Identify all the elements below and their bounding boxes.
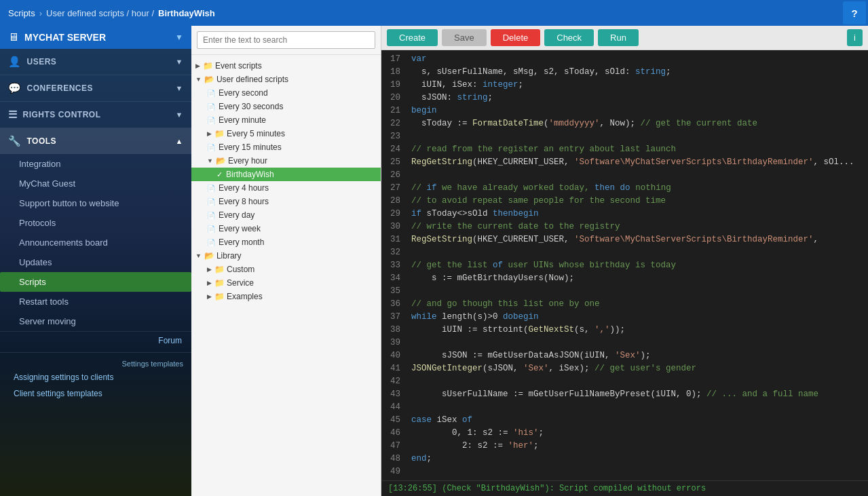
scripts-label: Scripts: [19, 277, 46, 287]
sidebar-item-announcements[interactable]: Announcements board: [0, 233, 191, 252]
code-line: sJSON := mGetUserDataAsJSON(iUIN, 'Sex')…: [411, 349, 863, 362]
run-button[interactable]: Run: [598, 29, 639, 46]
sidebar-item-updates[interactable]: Updates: [0, 252, 191, 272]
line-num: 36: [381, 298, 400, 311]
file-icon9: 📄: [207, 239, 215, 246]
expand-5: ▶: [207, 130, 212, 137]
tools-section: 🔧 TOOLS ▲ Integration MyChat Guest Suppo…: [0, 128, 191, 332]
line-num: 25: [381, 156, 400, 169]
mychat-guest-label: MyChat Guest: [19, 178, 75, 189]
folder-custom: 📁: [214, 265, 225, 274]
breadcrumb-current: BirthdayWish: [158, 8, 215, 18]
code-editor[interactable]: 1718192021222324252627282930313233343536…: [381, 50, 868, 480]
scripts-panel: ▶ 📁 Event scripts ▼ 📂 User defined scrip…: [191, 26, 381, 496]
line-num: 35: [381, 285, 400, 298]
tree-service[interactable]: ▶ 📁 Service: [191, 276, 381, 290]
sidebar-item-integration[interactable]: Integration: [0, 154, 191, 174]
sidebar-item-restart-tools[interactable]: Restart tools: [0, 292, 191, 311]
code-line: [411, 375, 863, 388]
tree-event-scripts[interactable]: ▶ 📁 Event scripts: [191, 59, 381, 73]
code-line: var: [411, 53, 863, 66]
sidebar-item-assigning[interactable]: Assigning settings to clients: [0, 369, 191, 385]
expand-hour: ▼: [207, 157, 213, 164]
server-chevron: ▼: [175, 33, 183, 42]
sidebar-item-mychat-guest[interactable]: MyChat Guest: [0, 174, 191, 193]
forum-link[interactable]: Forum: [0, 332, 191, 349]
every-30-label: Every 30 seconds: [219, 102, 283, 111]
code-line: [411, 401, 863, 414]
tree-every-day[interactable]: 📄 Every day: [191, 208, 381, 222]
tree-library[interactable]: ▼ 📂 Library: [191, 249, 381, 263]
line-numbers: 1718192021222324252627282930313233343536…: [381, 50, 406, 480]
sidebar-item-support-button[interactable]: Support button to website: [0, 193, 191, 213]
tree-every-5[interactable]: ▶ 📁 Every 5 minutes: [191, 127, 381, 140]
sidebar-item-scripts[interactable]: Scripts: [0, 272, 191, 292]
top-bar: Scripts › User defined scripts / hour / …: [0, 0, 868, 26]
file-icon7: 📄: [207, 212, 215, 219]
expand-examples: ▶: [207, 293, 212, 300]
breadcrumb-sep1: ›: [39, 8, 42, 18]
tree-custom[interactable]: ▶ 📁 Custom: [191, 263, 381, 276]
server-header[interactable]: 🖥 MYCHAT SERVER ▼: [0, 26, 191, 49]
sidebar-item-users[interactable]: 👤 USERS ▼: [0, 49, 191, 75]
library-label: Library: [216, 251, 242, 261]
breadcrumb: Scripts › User defined scripts / hour / …: [0, 8, 843, 18]
integration-label: Integration: [19, 159, 60, 169]
tree-every-week[interactable]: 📄 Every week: [191, 222, 381, 235]
help-button[interactable]: ?: [843, 1, 866, 24]
event-scripts-label: Event scripts: [215, 61, 262, 71]
sidebar-item-client-templates[interactable]: Client settings templates: [0, 385, 191, 402]
check-button[interactable]: Check: [544, 29, 594, 46]
file-icon3: 📄: [207, 117, 215, 124]
sidebar-item-rights[interactable]: ☰ RIGHTS CONTROL ▼: [0, 102, 191, 128]
app-wrapper: Scripts › User defined scripts / hour / …: [0, 0, 868, 496]
line-num: 34: [381, 272, 400, 285]
every-month-label: Every month: [219, 237, 264, 247]
code-content[interactable]: var s, sUserFullName, sMsg, s2, sToday, …: [406, 50, 868, 480]
code-line: [411, 285, 863, 298]
conferences-section: 💬 CONFERENCES ▼: [0, 75, 191, 102]
line-num: 38: [381, 324, 400, 337]
code-line: // and go though this list one by one: [411, 298, 863, 311]
every-5-label: Every 5 minutes: [227, 129, 285, 138]
tree-examples[interactable]: ▶ 📁 Examples: [191, 290, 381, 303]
line-num: 33: [381, 259, 400, 272]
restart-tools-label: Restart tools: [19, 297, 69, 307]
tree-every-minute[interactable]: 📄 Every minute: [191, 113, 381, 127]
tree-every-8[interactable]: 📄 Every 8 hours: [191, 195, 381, 208]
sidebar-item-tools[interactable]: 🔧 TOOLS ▲: [0, 128, 191, 154]
tree-every-4[interactable]: 📄 Every 4 hours: [191, 181, 381, 195]
line-num: 17: [381, 53, 400, 66]
tree-every-hour[interactable]: ▼ 📂 Every hour: [191, 154, 381, 168]
tree-every-month[interactable]: 📄 Every month: [191, 235, 381, 249]
file-icon5: 📄: [207, 185, 215, 192]
folder-icon: 📁: [203, 61, 213, 71]
tree-every-30[interactable]: 📄 Every 30 seconds: [191, 100, 381, 113]
code-line: end;: [411, 453, 863, 465]
line-num: 23: [381, 130, 400, 143]
rights-chevron: ▼: [176, 111, 183, 119]
tree-every-second[interactable]: 📄 Every second: [191, 86, 381, 100]
search-input[interactable]: [197, 31, 375, 49]
conferences-chevron: ▼: [176, 84, 183, 92]
breadcrumb-path: User defined scripts / hour /: [46, 8, 154, 18]
code-line: if sToday<>sOld then begin: [411, 208, 863, 221]
info-button[interactable]: i: [847, 29, 863, 46]
tree-birthday-wish[interactable]: ✓ BirthdayWish: [191, 168, 381, 181]
delete-button[interactable]: Delete: [491, 29, 541, 46]
tree-user-defined[interactable]: ▼ 📂 User defined scripts: [191, 73, 381, 86]
sidebar-item-conferences[interactable]: 💬 CONFERENCES ▼: [0, 75, 191, 101]
line-num: 27: [381, 182, 400, 195]
create-button[interactable]: Create: [387, 29, 438, 46]
code-line: // get the list of user UINs whose birth…: [411, 259, 863, 272]
tree-every-15[interactable]: 📄 Every 15 minutes: [191, 140, 381, 154]
sidebar-item-server-moving[interactable]: Server moving: [0, 311, 191, 331]
code-line: while length(s)>0 do begin: [411, 311, 863, 324]
line-num: 18: [381, 66, 400, 79]
server-name: MYCHAT SERVER: [24, 32, 170, 43]
sidebar-item-protocols[interactable]: Protocols: [0, 213, 191, 233]
save-button[interactable]: Save: [442, 29, 487, 46]
users-icon: 👤: [8, 56, 22, 68]
code-line: JSONGetInteger(sJSON, 'Sex', iSex); // g…: [411, 362, 863, 375]
code-line: [411, 130, 863, 143]
